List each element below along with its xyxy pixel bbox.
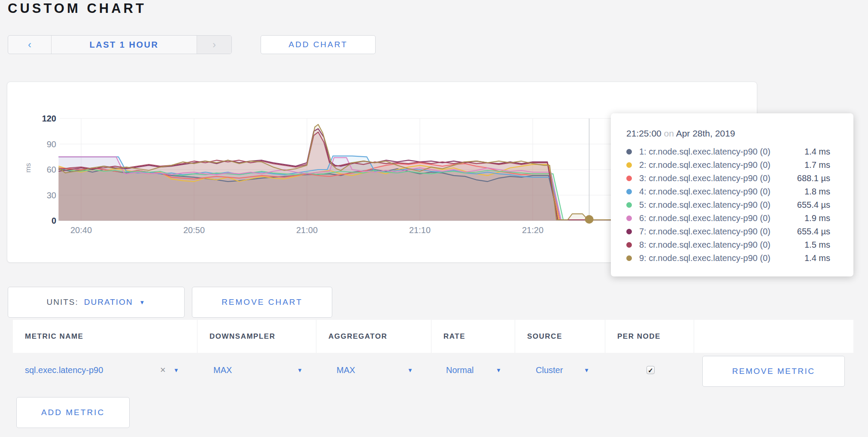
units-label: UNITS: xyxy=(47,297,79,307)
per-node-checkbox[interactable]: ✓ xyxy=(646,366,655,374)
series-color-dot-icon xyxy=(626,162,632,168)
svg-text:90: 90 xyxy=(47,140,56,149)
header-metric-name: METRIC NAME xyxy=(13,320,197,353)
header-rate: RATE xyxy=(431,320,515,353)
tooltip-series-value: 655.4 µs xyxy=(797,200,830,210)
chevron-left-icon: ‹ xyxy=(28,39,31,51)
svg-text:30: 30 xyxy=(47,191,56,200)
svg-text:21:10: 21:10 xyxy=(409,225,431,235)
tooltip-series-value: 1.4 ms xyxy=(804,253,830,263)
tooltip-date: Apr 28th, 2019 xyxy=(676,128,735,138)
tooltip-series-value: 655.4 µs xyxy=(797,227,830,237)
time-range-selector[interactable]: ‹ LAST 1 HOUR › xyxy=(8,35,232,54)
svg-text:120: 120 xyxy=(42,114,56,123)
svg-text:0: 0 xyxy=(52,216,56,225)
tooltip-rows: 1: cr.node.sql.exec.latency-p90 (0)1.4 m… xyxy=(626,145,830,265)
tooltip-time: 21:25:00 xyxy=(626,128,662,138)
tooltip-row: 5: cr.node.sql.exec.latency-p90 (0)655.4… xyxy=(626,198,830,212)
tooltip-series-value: 1.8 ms xyxy=(804,187,830,197)
chart-hover-tooltip: 21:25:00 on Apr 28th, 2019 1: cr.node.sq… xyxy=(611,113,853,276)
tooltip-series-label: 8: cr.node.sql.exec.latency-p90 (0) xyxy=(639,240,804,250)
svg-text:20:50: 20:50 xyxy=(183,225,205,235)
header-per-node: PER NODE xyxy=(605,320,694,353)
add-chart-button[interactable]: ADD CHART xyxy=(261,35,376,54)
series-color-dot-icon xyxy=(626,229,632,234)
header-source: SOURCE xyxy=(515,320,605,353)
svg-text:21:00: 21:00 xyxy=(296,225,318,235)
time-next-button[interactable]: › xyxy=(197,36,231,54)
header-aggregator: AGGREGATOR xyxy=(316,320,431,353)
tooltip-series-value: 688.1 µs xyxy=(797,173,830,183)
series-color-dot-icon xyxy=(626,202,632,208)
metric-row: sql.exec.latency-p90 × ▼ MAX ▼ MAX ▼ Nor… xyxy=(13,353,853,387)
series-color-dot-icon xyxy=(626,215,632,221)
metric-name-dropdown[interactable]: sql.exec.latency-p90 xyxy=(25,365,103,375)
header-downsampler: DOWNSAMPLER xyxy=(197,320,316,353)
series-color-dot-icon xyxy=(626,242,632,248)
time-prev-button[interactable]: ‹ xyxy=(8,36,52,54)
tooltip-series-label: 3: cr.node.sql.exec.latency-p90 (0) xyxy=(639,173,797,183)
aggregator-dropdown[interactable]: MAX xyxy=(337,365,355,375)
series-color-dot-icon xyxy=(626,149,632,155)
series-color-dot-icon xyxy=(626,255,632,261)
tooltip-header: 21:25:00 on Apr 28th, 2019 xyxy=(626,128,830,139)
source-dropdown[interactable]: Cluster xyxy=(536,365,563,375)
add-metric-button[interactable]: ADD METRIC xyxy=(16,397,130,428)
tooltip-row: 9: cr.node.sql.exec.latency-p90 (0)1.4 m… xyxy=(626,252,830,265)
svg-text:20:40: 20:40 xyxy=(70,225,92,235)
tooltip-row: 1: cr.node.sql.exec.latency-p90 (0)1.4 m… xyxy=(626,145,830,158)
tooltip-on-word: on xyxy=(664,128,674,138)
metric-name-caret-icon[interactable]: ▼ xyxy=(173,367,179,373)
downsampler-dropdown[interactable]: MAX xyxy=(213,365,232,375)
tooltip-series-value: 1.5 ms xyxy=(804,240,830,250)
tooltip-series-label: 7: cr.node.sql.exec.latency-p90 (0) xyxy=(639,227,797,237)
aggregator-caret-icon[interactable]: ▼ xyxy=(407,367,413,373)
downsampler-caret-icon[interactable]: ▼ xyxy=(297,367,303,373)
tooltip-series-label: 2: cr.node.sql.exec.latency-p90 (0) xyxy=(639,160,804,170)
svg-text:60: 60 xyxy=(47,165,56,174)
units-value: DURATION xyxy=(84,297,133,307)
tooltip-series-label: 9: cr.node.sql.exec.latency-p90 (0) xyxy=(639,253,804,263)
metrics-table-header: METRIC NAME DOWNSAMPLER AGGREGATOR RATE … xyxy=(13,320,853,353)
time-range-button[interactable]: LAST 1 HOUR xyxy=(52,36,197,54)
chevron-right-icon: › xyxy=(212,39,216,51)
tooltip-row: 6: cr.node.sql.exec.latency-p90 (0)1.9 m… xyxy=(626,212,830,225)
tooltip-series-value: 1.4 ms xyxy=(804,147,830,157)
tooltip-series-value: 1.7 ms xyxy=(804,160,830,170)
series-color-dot-icon xyxy=(626,176,632,181)
remove-metric-button[interactable]: REMOVE METRIC xyxy=(702,356,845,387)
tooltip-series-label: 4: cr.node.sql.exec.latency-p90 (0) xyxy=(639,187,804,197)
page-title: CUSTOM CHART xyxy=(8,1,146,16)
series-color-dot-icon xyxy=(626,189,632,194)
y-axis-unit-label: ms xyxy=(24,163,32,173)
units-dropdown[interactable]: UNITS: DURATION ▼ xyxy=(8,287,185,318)
tooltip-row: 7: cr.node.sql.exec.latency-p90 (0)655.4… xyxy=(626,225,830,238)
header-actions xyxy=(694,320,853,353)
svg-text:21:20: 21:20 xyxy=(522,225,543,235)
tooltip-row: 4: cr.node.sql.exec.latency-p90 (0)1.8 m… xyxy=(626,185,830,198)
rate-dropdown[interactable]: Normal xyxy=(446,365,473,375)
metric-clear-icon[interactable]: × xyxy=(160,364,166,376)
tooltip-series-value: 1.9 ms xyxy=(804,213,830,223)
tooltip-series-label: 6: cr.node.sql.exec.latency-p90 (0) xyxy=(639,213,804,223)
tooltip-row: 8: cr.node.sql.exec.latency-p90 (0)1.5 m… xyxy=(626,238,830,252)
remove-chart-button[interactable]: REMOVE CHART xyxy=(192,287,332,318)
tooltip-series-label: 5: cr.node.sql.exec.latency-p90 (0) xyxy=(639,200,797,210)
tooltip-row: 3: cr.node.sql.exec.latency-p90 (0)688.1… xyxy=(626,172,830,185)
tooltip-series-label: 1: cr.node.sql.exec.latency-p90 (0) xyxy=(639,147,804,157)
source-caret-icon[interactable]: ▼ xyxy=(584,367,589,373)
tooltip-row: 2: cr.node.sql.exec.latency-p90 (0)1.7 m… xyxy=(626,158,830,172)
hover-point-marker xyxy=(585,215,594,224)
chevron-down-icon[interactable]: ▼ xyxy=(140,299,146,306)
rate-caret-icon[interactable]: ▼ xyxy=(496,367,501,373)
